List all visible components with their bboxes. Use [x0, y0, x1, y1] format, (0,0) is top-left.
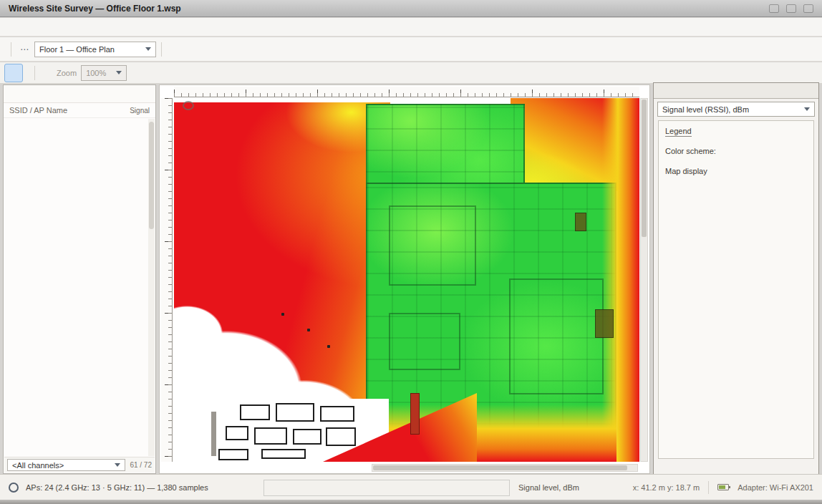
menu-bar: [0, 18, 822, 37]
window-controls: [769, 4, 813, 13]
ap-tree: [4, 119, 148, 456]
room-outline: [509, 278, 604, 394]
map-display-title: Map display: [665, 167, 807, 175]
scan-status-text: APs: 24 (2.4 GHz: 13 · 5 GHz: 11) — 1,38…: [26, 483, 208, 492]
toolbar-separator: [34, 66, 35, 80]
minimize-button[interactable]: [769, 4, 779, 13]
battery-icon: [717, 484, 729, 490]
ap-list-toolbar: [4, 85, 155, 103]
column-signal[interactable]: Signal: [130, 107, 150, 115]
ap-list-panel: SSID / AP Name Signal <All channels> 61 …: [3, 84, 156, 474]
title-bar: Wireless Site Survey — Office Floor 1.ws…: [0, 0, 822, 17]
chevron-down-icon: [145, 47, 151, 51]
survey-point: [327, 345, 330, 348]
wall-block: [575, 213, 586, 231]
room-outline: [389, 205, 476, 286]
history-dropdown-button[interactable]: ⋯: [16, 42, 32, 57]
scrollbar-thumb[interactable]: [373, 465, 627, 470]
floor-plan-selector-value: Floor 1 — Office Plan: [39, 45, 115, 54]
status-separator: [708, 481, 709, 494]
maximize-button[interactable]: [786, 4, 796, 13]
chevron-down-icon: [804, 107, 810, 111]
chevron-down-icon: [116, 71, 122, 74]
toolbar-separator: [11, 42, 11, 57]
toolbar-separator: [161, 42, 162, 57]
visualization-selector-value: Signal level (RSSI), dBm: [662, 105, 749, 114]
wall-block: [410, 393, 420, 435]
zoom-value: 100%: [86, 69, 106, 77]
map-horizontal-scrollbar[interactable]: [372, 464, 638, 472]
signal-legend: [263, 480, 510, 496]
select-tool-button[interactable]: [4, 64, 23, 82]
status-bar: APs: 24 (2.4 GHz: 13 · 5 GHz: 11) — 1,38…: [0, 474, 822, 500]
visualization-selector[interactable]: Signal level (RSSI), dBm: [657, 102, 815, 117]
window-title: Wireless Site Survey — Office Floor 1.ws…: [9, 4, 181, 14]
ap-list-columns: SSID / AP Name Signal: [4, 103, 155, 118]
zoom-label: Zoom: [57, 69, 77, 77]
ap-list-footer: <All channels> 61 / 72: [4, 457, 155, 472]
floor-plan-selector[interactable]: Floor 1 — Office Plan: [34, 42, 156, 57]
adapter-name: Adapter: Wi-Fi AX201: [738, 483, 813, 492]
room-outline: [389, 313, 460, 370]
scan-status-icon: [9, 483, 19, 493]
horizontal-ruler: [174, 87, 639, 97]
status-right: x: 41.2 m y: 18.7 m Adapter: Wi-Fi AX201: [633, 481, 813, 494]
visualization-settings: Legend Color scheme: Map display: [658, 120, 814, 459]
survey-point: [281, 313, 284, 316]
legend-scale-label: Signal level, dBm: [518, 483, 579, 492]
visualization-panel: Signal level (RSSI), dBm Legend Color sc…: [653, 82, 819, 478]
legend-label: Legend: [665, 127, 692, 137]
wall-block: [595, 309, 614, 338]
vertical-ruler: [161, 98, 173, 462]
chevron-down-icon: [115, 463, 120, 467]
view-toolbar: Zoom 100%: [0, 62, 822, 84]
ap-list-scrollbar[interactable]: [148, 119, 155, 456]
north-arrow-icon: [183, 101, 194, 110]
main-toolbar: ⋯ Floor 1 — Office Plan: [0, 37, 822, 62]
channel-filter-value: <All channels>: [12, 461, 64, 470]
color-scheme-label: Color scheme:: [665, 147, 807, 155]
heatmap[interactable]: [174, 98, 639, 462]
zoom-selector[interactable]: 100%: [81, 65, 127, 81]
map-canvas[interactable]: [159, 84, 650, 474]
cursor-coordinates: x: 41.2 m y: 18.7 m: [633, 483, 700, 492]
map-vertical-scrollbar[interactable]: [640, 98, 648, 462]
scrollbar-thumb[interactable]: [149, 122, 154, 229]
close-button[interactable]: [803, 4, 813, 13]
heatmap-strong-signal-region: [366, 104, 525, 195]
column-name[interactable]: SSID / AP Name: [9, 106, 67, 115]
channel-filter-selector[interactable]: <All channels>: [7, 459, 125, 471]
window-edge: [0, 500, 822, 504]
ap-count: 61 / 72: [130, 461, 152, 469]
scrollbar-thumb[interactable]: [642, 100, 647, 237]
panel-tabs: [654, 83, 818, 99]
survey-point: [307, 329, 310, 331]
